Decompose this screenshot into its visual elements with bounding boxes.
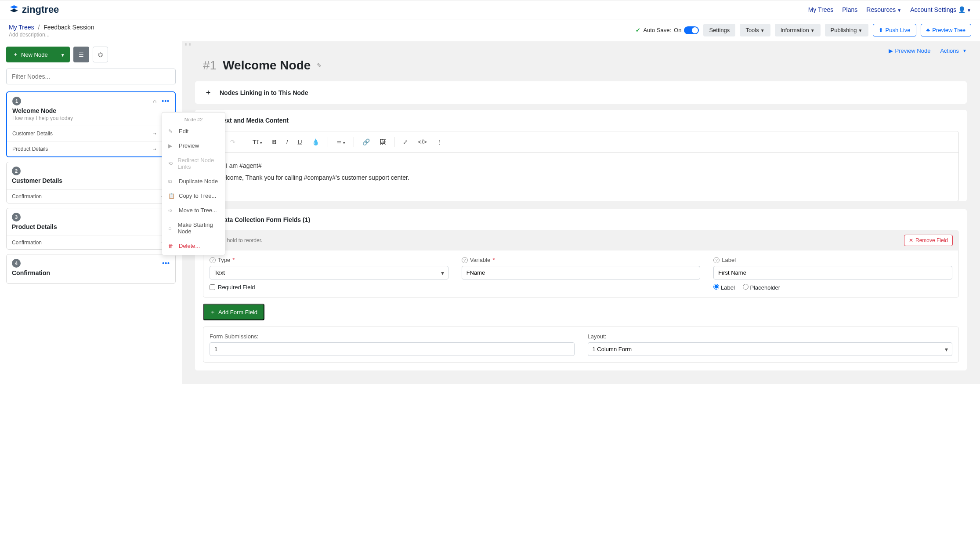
sidebar: ＋New Node ▼ ☰ ⌬ 1 ⌂ ••• Welcome Node How… [0, 41, 182, 384]
move-icon: ➩ [168, 207, 174, 214]
node-card-1[interactable]: 1 ⌂ ••• Welcome Node How may I help you … [6, 91, 176, 157]
new-node-dropdown[interactable]: ▼ [54, 47, 70, 62]
tree-icon: ♣ [926, 27, 930, 33]
edit-title-icon[interactable]: ✎ [317, 62, 322, 69]
text-style-button[interactable]: T𝗍 ▾ [249, 136, 266, 148]
publishing-button[interactable]: Publishing▼ [825, 24, 868, 36]
nav-resources[interactable]: Resources▼ [866, 6, 901, 13]
label-input[interactable] [713, 266, 952, 279]
panel-header[interactable]: ＋Nodes Linking in to This Node [195, 81, 967, 104]
actions-dropdown[interactable]: Actions▼ [940, 47, 967, 54]
plus-icon: ＋ [13, 51, 18, 58]
breadcrumb: My Trees / Feedback Session [9, 24, 94, 31]
submissions-label: Form Submissions: [210, 333, 575, 340]
node-link[interactable]: Product Details→3 [7, 141, 175, 156]
help-icon[interactable]: ? [713, 257, 720, 263]
help-icon[interactable]: ? [210, 257, 216, 263]
node-id: #1 [203, 58, 217, 73]
push-live-button[interactable]: ⬆Push Live [873, 24, 916, 36]
bold-button[interactable]: B [268, 136, 280, 148]
page-title: Welcome Node [223, 58, 311, 73]
x-icon: ✕ [909, 237, 913, 243]
fullscreen-button[interactable]: ⤢ [399, 136, 412, 148]
new-node-button[interactable]: ＋New Node [6, 47, 54, 62]
menu-duplicate[interactable]: ⧉Duplicate Node [162, 174, 225, 189]
node-card-4[interactable]: 4 ••• Confirmation [6, 254, 176, 284]
context-menu-title: Node #2 [162, 114, 225, 124]
information-button[interactable]: Information▼ [775, 24, 821, 36]
play-icon: ▶ [889, 47, 893, 54]
node-card-3[interactable]: 3 ••• Product Details Confirmation→ [6, 208, 176, 250]
node-title: Customer Details [7, 175, 175, 185]
required-checkbox[interactable]: Required Field [210, 284, 448, 290]
placeholder-radio[interactable]: Placeholder [743, 284, 780, 291]
nav-mytrees[interactable]: My Trees [808, 6, 834, 13]
remove-field-button[interactable]: ✕Remove Field [904, 235, 953, 246]
filter-nodes-input[interactable] [6, 69, 176, 84]
list-icon: ☰ [79, 51, 84, 58]
content-area: ⠿⠿ ▶Preview Node Actions▼ #1 Welcome Nod… [182, 41, 980, 384]
panel-form-fields: —Data Collection Form Fields (1) Click &… [195, 209, 967, 370]
settings-button[interactable]: Settings [703, 24, 735, 36]
breadcrumb-root[interactable]: My Trees [9, 24, 34, 31]
home-icon: ⌂ [168, 225, 173, 231]
image-button[interactable]: 🖼 [376, 136, 390, 148]
menu-move-to-tree[interactable]: ➩Move to Tree... [162, 203, 225, 218]
node-menu-button[interactable]: ••• [162, 98, 170, 105]
trash-icon: 🗑 [168, 243, 174, 249]
plus-icon: ＋ [210, 308, 216, 316]
panel-header[interactable]: —Data Collection Form Fields (1) [195, 209, 967, 230]
tree-view-button[interactable]: ⌬ [93, 47, 108, 62]
menu-edit[interactable]: ✎Edit [162, 124, 225, 138]
node-menu-button[interactable]: ••• [162, 260, 170, 267]
list-view-button[interactable]: ☰ [73, 47, 89, 62]
node-link[interactable]: Customer Details→2 [7, 126, 175, 141]
editor-content[interactable]: Hi! I am #agent# Welcome, Thank you for … [203, 153, 959, 201]
nav-plans[interactable]: Plans [842, 6, 857, 13]
autosave-toggle[interactable] [684, 26, 699, 34]
add-form-field-button[interactable]: ＋Add Form Field [203, 304, 264, 320]
italic-button[interactable]: I [282, 136, 292, 148]
edit-icon: ✎ [168, 128, 174, 134]
preview-tree-button[interactable]: ♣Preview Tree [921, 24, 971, 36]
menu-copy-to-tree[interactable]: 📋Copy to Tree... [162, 189, 225, 203]
variable-input[interactable] [462, 266, 701, 279]
node-card-2[interactable]: 2 ••• Customer Details Confirmation→ [6, 162, 176, 203]
label-radio[interactable]: Label [713, 284, 734, 291]
list-button[interactable]: ≣ ▾ [333, 136, 350, 148]
field-type-select[interactable]: Text [210, 266, 448, 279]
panel-header[interactable]: —Text and Media Content [195, 110, 967, 131]
redo-button[interactable]: ↷ [226, 136, 239, 148]
arrow-right-icon: → [152, 131, 157, 137]
panel-linking-nodes: ＋Nodes Linking in to This Node [195, 81, 967, 104]
code-button[interactable]: </> [414, 136, 430, 148]
layout-select[interactable]: 1 Column Form [588, 342, 953, 356]
caret-down-icon: ▼ [967, 8, 971, 13]
editor-toolbar: ↶ ↷ T𝗍 ▾ B I U 💧 ≣ ▾ 🔗 🖼 ⤢ </> ⋮ [203, 131, 959, 153]
submissions-input[interactable] [210, 342, 575, 356]
node-number: 2 [12, 167, 21, 175]
preview-node-button[interactable]: ▶Preview Node [889, 47, 931, 54]
tools-button[interactable]: Tools▼ [740, 24, 770, 36]
menu-delete[interactable]: 🗑Delete... [162, 239, 225, 253]
help-icon[interactable]: ? [462, 257, 468, 263]
breadcrumb-current: Feedback Session [43, 24, 94, 31]
node-title: Confirmation [7, 268, 175, 277]
node-subtitle: How may I help you today [7, 115, 175, 126]
clipboard-icon: 📋 [168, 193, 174, 199]
menu-preview[interactable]: ▶Preview [162, 138, 225, 153]
brand-logo[interactable]: zingtree [9, 4, 59, 15]
color-button[interactable]: 💧 [308, 136, 323, 148]
check-icon: ✔ [636, 27, 640, 33]
underline-button[interactable]: U [293, 136, 306, 148]
redirect-icon: ⟲ [168, 160, 173, 167]
link-button[interactable]: 🔗 [358, 136, 374, 148]
menu-make-starting[interactable]: ⌂Make Starting Node [162, 218, 225, 239]
more-button[interactable]: ⋮ [433, 136, 447, 148]
tree-description[interactable]: Add description... [9, 32, 94, 38]
nav-account[interactable]: Account Settings 👤▼ [910, 6, 971, 13]
node-link[interactable]: Confirmation→ [7, 236, 175, 249]
drag-handle-icon[interactable]: ⠿⠿ [184, 44, 192, 46]
node-link[interactable]: Confirmation→ [7, 189, 175, 203]
arrow-right-icon: → [152, 146, 157, 152]
